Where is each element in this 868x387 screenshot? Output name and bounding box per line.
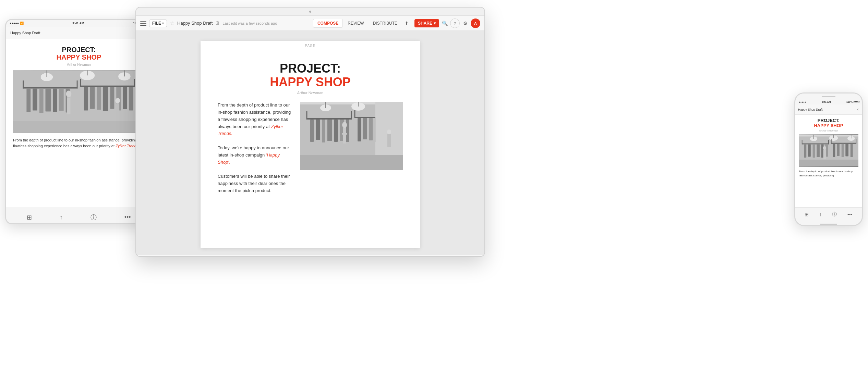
svg-rect-12 xyxy=(39,89,44,113)
hamburger-line-2 xyxy=(140,23,146,24)
svg-rect-41 xyxy=(307,118,351,120)
svg-rect-48 xyxy=(334,120,338,142)
svg-rect-24 xyxy=(110,87,114,109)
svg-rect-28 xyxy=(13,121,145,133)
phone-top-area xyxy=(795,93,862,99)
tablet-doc-title: Happy Shop Draft xyxy=(10,31,40,35)
phone-shop-image-svg xyxy=(799,134,858,167)
laptop-camera xyxy=(309,11,311,13)
phone-battery-label: 100% xyxy=(846,101,853,103)
phone-doc-title: Happy Shop Draft xyxy=(798,108,823,111)
svg-point-29 xyxy=(66,91,72,98)
svg-rect-67 xyxy=(387,134,391,147)
svg-rect-55 xyxy=(363,118,367,139)
svg-rect-56 xyxy=(369,118,373,140)
file-menu-button[interactable]: FILE ▾ xyxy=(149,20,167,27)
svg-rect-27 xyxy=(129,87,133,111)
tablet-status-bar: ●●●●● 📶 9:41 AM 100% xyxy=(6,20,152,27)
phone-home-bar xyxy=(795,221,862,226)
phone-device: ●●●●● 9:41 AM 100% Happy Shop Draft ✕ PR… xyxy=(794,92,863,226)
tablet-doc-author: Arthur Newman xyxy=(13,63,145,66)
svg-rect-23 xyxy=(103,87,108,111)
phone-doc-author: Arthur Newman xyxy=(799,129,858,132)
phone-status-bar: ●●●●● 9:41 AM 100% xyxy=(795,99,862,104)
phone-share-icon[interactable]: ↑ xyxy=(819,212,822,217)
hamburger-menu[interactable] xyxy=(140,21,146,26)
svg-rect-90 xyxy=(842,144,844,157)
svg-rect-46 xyxy=(322,120,325,142)
share-button[interactable]: SHARE ▾ xyxy=(414,19,439,27)
tablet-more-icon[interactable]: ••• xyxy=(124,214,131,221)
tablet-content: PROJECT: HAPPY SHOP Arthur Newman xyxy=(6,39,152,207)
file-label: FILE xyxy=(152,21,161,26)
svg-rect-61 xyxy=(300,155,403,170)
svg-rect-21 xyxy=(90,87,95,109)
svg-rect-88 xyxy=(833,144,835,157)
svg-rect-7 xyxy=(23,87,77,89)
toolbar-user-avatar[interactable]: A xyxy=(471,18,480,28)
svg-rect-45 xyxy=(316,120,320,140)
svg-point-31 xyxy=(115,98,120,103)
share-chevron-icon: ▾ xyxy=(434,21,436,26)
favorite-star-icon[interactable]: ☆ xyxy=(170,20,174,26)
phone-notch xyxy=(822,96,835,97)
file-chevron-icon: ▾ xyxy=(162,22,164,25)
tablet-shop-image-svg xyxy=(13,70,145,133)
svg-rect-69 xyxy=(799,135,858,137)
phone-close-button[interactable]: ✕ xyxy=(856,108,859,111)
hamburger-line-1 xyxy=(140,21,146,22)
svg-point-94 xyxy=(823,146,827,150)
doc-content-row: From the depth of product line to our in… xyxy=(218,102,403,194)
tablet-status-signal: ●●●●● 📶 xyxy=(10,22,24,25)
tab-review[interactable]: REVIEW xyxy=(343,19,368,27)
svg-rect-93 xyxy=(799,160,858,166)
phone-more-icon[interactable]: ••• xyxy=(847,212,853,217)
phone-info-icon[interactable]: ⓘ xyxy=(832,211,837,217)
tablet-pages-icon[interactable]: ⊞ xyxy=(27,214,32,221)
tab-distribute[interactable]: DISTRIBUTE xyxy=(369,19,401,27)
toolbar-right-section: COMPOSE REVIEW DISTRIBUTE ⬆ SHARE ▾ 🔍 ? … xyxy=(313,18,480,28)
svg-rect-85 xyxy=(831,143,856,144)
app-toolbar: FILE ▾ ☆ Happy Shop Draft 🗓 Last edit wa… xyxy=(136,16,484,31)
page-number-hint: PAGE xyxy=(305,44,315,48)
svg-rect-50 xyxy=(346,120,349,142)
doc-shop-image-svg xyxy=(300,102,403,170)
tablet-app-toolbar: Happy Shop Draft ✕ xyxy=(6,27,152,39)
doc-text-column: From the depth of product line to our in… xyxy=(218,102,293,194)
doc-para-1: From the depth of product line to our in… xyxy=(218,102,293,137)
phone-shop-image xyxy=(799,134,858,167)
toolbar-settings-icon[interactable]: ⚙ xyxy=(460,18,470,28)
phone-inner-toolbar: Happy Shop Draft ✕ xyxy=(795,104,862,115)
svg-rect-11 xyxy=(33,89,37,111)
tab-compose[interactable]: COMPOSE xyxy=(313,19,343,28)
share-label: SHARE xyxy=(418,21,432,26)
tablet-share-icon[interactable]: ↑ xyxy=(60,214,63,221)
svg-rect-47 xyxy=(327,120,332,141)
svg-rect-32 xyxy=(116,103,119,117)
toolbar-search-icon[interactable]: 🔍 xyxy=(440,18,449,28)
phone-battery-icon xyxy=(854,101,858,103)
toolbar-help-icon[interactable]: ? xyxy=(450,18,460,28)
doc-title-black: PROJECT: xyxy=(218,62,403,75)
doc-image-column xyxy=(300,102,403,194)
svg-rect-95 xyxy=(823,150,826,159)
toolbar-export-button[interactable]: ⬆ xyxy=(402,18,412,28)
svg-rect-44 xyxy=(310,120,314,142)
svg-rect-14 xyxy=(53,89,57,112)
svg-rect-30 xyxy=(67,97,71,114)
doc-statusbar: 💬 | 🌐 Track ChangesEnglish(US) | Words: … xyxy=(136,255,484,257)
phone-status-time: 9:41 AM xyxy=(822,101,831,103)
doc-title-red: HAPPY SHOP xyxy=(218,75,403,89)
doc-page[interactable]: PAGE PROJECT: HAPPY SHOP Arthur Newman F… xyxy=(201,41,420,248)
phone-pages-icon[interactable]: ⊞ xyxy=(805,212,809,217)
document-area: PAGE PROJECT: HAPPY SHOP Arthur Newman F… xyxy=(136,31,484,255)
svg-rect-79 xyxy=(804,145,806,158)
phone-signal: ●●●●● xyxy=(799,101,806,103)
phone-body-text: From the depth of product line to our in… xyxy=(799,170,858,178)
svg-rect-81 xyxy=(813,145,815,158)
tablet-info-icon[interactable]: ⓘ xyxy=(91,213,97,222)
tablet-doc-title-black: PROJECT: xyxy=(13,46,145,53)
svg-rect-65 xyxy=(342,133,347,135)
svg-rect-20 xyxy=(84,87,88,111)
svg-rect-26 xyxy=(123,87,127,109)
